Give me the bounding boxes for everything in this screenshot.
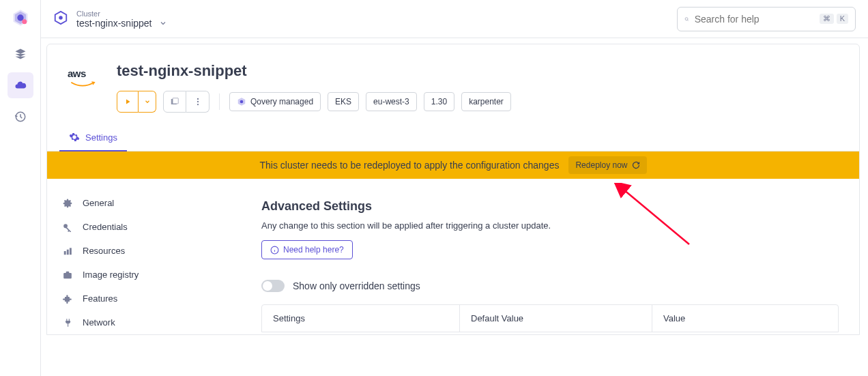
section-desc: Any change to this section will be appli… (261, 220, 839, 231)
svg-point-3 (685, 17, 688, 20)
cluster-label: Cluster (76, 10, 167, 18)
refresh-icon (632, 161, 640, 169)
aws-logo: aws (68, 68, 98, 90)
svg-point-7 (197, 101, 198, 102)
play-button[interactable] (117, 91, 139, 113)
nav-resources[interactable]: Resources (47, 239, 241, 263)
search-shortcut: ⌘ K (820, 14, 848, 24)
play-dropdown[interactable] (139, 91, 156, 113)
chart-icon (63, 246, 72, 256)
key-icon (63, 222, 72, 232)
chevron-down-icon (159, 19, 167, 27)
svg-point-8 (197, 104, 198, 105)
puzzle-icon (63, 294, 72, 304)
sidebar-layers-icon[interactable] (8, 41, 33, 67)
redeploy-now-button[interactable]: Redeploy now (568, 156, 646, 174)
th-value: Value (652, 305, 838, 332)
need-help-button[interactable]: Need help here? (261, 240, 353, 259)
th-settings: Settings (262, 305, 460, 332)
show-overridden-toggle[interactable] (261, 280, 285, 292)
cluster-header: aws test-nginx-snippet (47, 44, 859, 119)
plug-icon (63, 318, 72, 328)
svg-rect-14 (63, 273, 72, 278)
pill-version: 1.30 (424, 92, 454, 111)
pill-service: EKS (328, 92, 359, 111)
svg-point-0 (17, 14, 23, 20)
redeploy-banner: This cluster needs to be redeployed to a… (47, 151, 859, 179)
svg-rect-5 (173, 98, 178, 104)
info-icon (270, 246, 279, 255)
cluster-selector[interactable]: test-nginx-snippet (76, 18, 167, 29)
pill-autoscaler: karpenter (461, 92, 511, 111)
topbar: Cluster test-nginx-snippet ⌘ K (41, 0, 868, 38)
svg-rect-11 (64, 251, 66, 255)
tab-settings[interactable]: Settings (59, 124, 127, 151)
nav-network[interactable]: Network (47, 310, 241, 334)
pill-region: eu-west-3 (366, 92, 417, 111)
svg-rect-13 (70, 248, 72, 255)
svg-point-1 (22, 19, 27, 24)
svg-point-6 (197, 98, 198, 100)
search-icon (684, 14, 689, 25)
sidebar-cloud-icon[interactable] (8, 72, 33, 98)
nav-image-registry[interactable]: Image registry (47, 263, 241, 287)
gear-icon (69, 132, 80, 143)
logs-button[interactable] (163, 91, 186, 113)
nav-general[interactable]: General (47, 191, 241, 215)
settings-body: Advanced Settings Any change to this sec… (241, 179, 859, 334)
sidebar-history-icon[interactable] (8, 104, 33, 130)
banner-text: This cluster needs to be redeployed to a… (259, 160, 559, 171)
section-title: Advanced Settings (261, 199, 839, 214)
svg-point-2 (59, 16, 63, 20)
gear-icon (63, 199, 72, 208)
settings-nav: General Credentials Resources Image (47, 179, 241, 334)
pill-managed: Qovery managed (229, 92, 321, 111)
search-box[interactable]: ⌘ K (677, 7, 856, 31)
nav-credentials[interactable]: Credentials (47, 215, 241, 239)
th-default: Default Value (460, 305, 652, 332)
search-input[interactable] (695, 14, 814, 25)
page-title: test-nginx-snippet (117, 62, 511, 80)
cluster-hex-icon (53, 10, 68, 27)
more-button[interactable] (186, 91, 209, 113)
qovery-icon (237, 97, 246, 106)
settings-table: Settings Default Value Value (261, 304, 839, 332)
svg-rect-12 (67, 249, 69, 255)
app-logo[interactable] (10, 7, 31, 29)
table-header: Settings Default Value Value (262, 305, 838, 332)
tabs: Settings (47, 124, 859, 151)
toggle-label: Show only overridden settings (293, 280, 420, 291)
svg-point-9 (240, 100, 244, 104)
nav-features[interactable]: Features (47, 287, 241, 310)
app-sidebar (0, 0, 41, 376)
divider (219, 93, 220, 110)
cluster-name: test-nginx-snippet (76, 18, 152, 29)
briefcase-icon (63, 270, 72, 280)
